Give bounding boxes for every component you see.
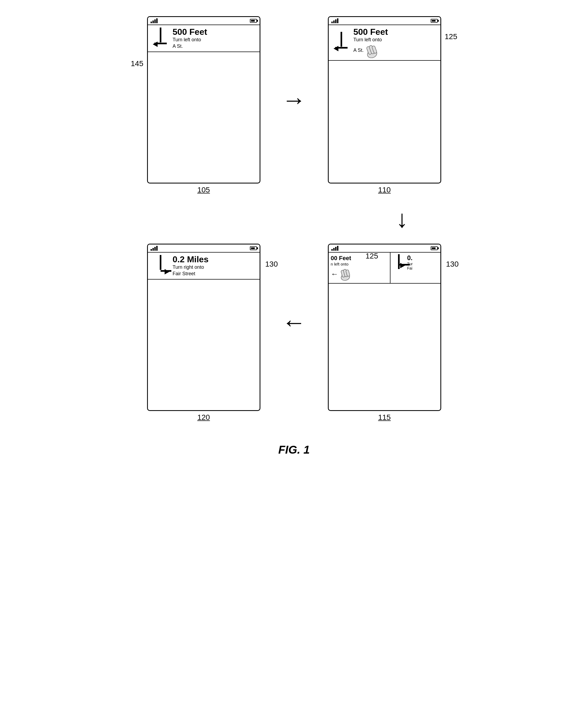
status-bar-120 — [148, 245, 259, 253]
turn-arrow-right-icon-120 — [151, 255, 170, 277]
battery-120 — [250, 246, 257, 250]
between-rows-arrows: ↓ — [11, 205, 577, 233]
nav-header-105: 500 Feet Turn left onto A St. — [148, 25, 259, 52]
status-bar-110 — [329, 17, 440, 25]
ref-125-110: 125 — [445, 33, 457, 41]
turn-arrow-left-icon — [151, 27, 170, 49]
battery-115 — [431, 246, 438, 250]
ref-145: 145 — [131, 59, 144, 68]
nav-instruction-line2-120: Fair Street — [173, 271, 209, 277]
nav-header-115: 00 Feet n left onto ← — [329, 253, 440, 284]
t-arrow-left — [153, 42, 158, 47]
phone-120: 0.2 Miles Turn right onto Fair Street — [147, 244, 260, 411]
nav-distance-left-115: 00 Feet — [331, 255, 388, 262]
signal-bars-110 — [331, 18, 338, 23]
battery-105 — [250, 19, 257, 23]
nav-header-120: 0.2 Miles Turn right onto Fair Street — [148, 253, 259, 279]
nav-distance-right-115: 0. — [407, 254, 413, 262]
swipe-gesture-115-header: ← — [331, 268, 388, 281]
signal-bars-120 — [151, 246, 158, 251]
nav-instruction-line1-110: Turn left onto — [354, 37, 388, 43]
figure-caption: FIG. 1 — [278, 443, 310, 456]
finger-icon-nav-115 — [339, 268, 351, 281]
arrow-left-bottom: ← — [282, 309, 306, 336]
top-row: 145 — [147, 16, 441, 194]
fig-label-120: 120 — [197, 413, 210, 422]
figure-115-wrapper: 130 00 Feet n left onto — [328, 244, 441, 422]
nav-instruction-row-110: A St. — [354, 43, 388, 58]
ref-130-120: 130 — [265, 260, 278, 269]
arrow-down-1: ↓ — [396, 205, 408, 233]
figure-105-wrapper: 145 — [147, 16, 260, 194]
phone-115: 00 Feet n left onto ← — [328, 244, 441, 411]
nav-right-115: 0. Tur Fai — [391, 253, 440, 283]
ref-125-115: 125 — [366, 252, 378, 260]
ref-130-115: 130 — [446, 260, 459, 269]
fig-label-105: 105 — [197, 186, 210, 194]
phone-110: 500 Feet Turn left onto A St. — [328, 16, 441, 184]
nav-header-110: 500 Feet Turn left onto A St. — [329, 25, 440, 61]
nav-instruction-line2-110: A St. — [354, 47, 364, 54]
nav-instruction-left-115: n left onto — [331, 262, 388, 266]
nav-distance-110: 500 Feet — [354, 27, 388, 37]
fig-label-115: 115 — [378, 413, 391, 422]
bottom-row: 130 0.2 M — [147, 244, 441, 422]
t-vertical — [160, 27, 161, 42]
nav-text-120: 0.2 Miles Turn right onto Fair Street — [173, 255, 209, 277]
nav-distance-105: 500 Feet — [173, 27, 207, 37]
turn-arrow-left-icon-110 — [332, 32, 351, 54]
signal-bars-115 — [331, 246, 338, 251]
nav-inst-r2-115: Fai — [407, 266, 413, 270]
status-bar-115 — [329, 245, 440, 253]
phone-105: 500 Feet Turn left onto A St. — [147, 16, 260, 184]
nav-text-right-115: 0. Tur Fai — [407, 254, 413, 270]
nav-distance-120: 0.2 Miles — [173, 255, 209, 264]
nav-text-110: 500 Feet Turn left onto A St. — [354, 27, 388, 58]
nav-instruction-line1-105: Turn left onto — [173, 37, 207, 43]
signal-bars-105 — [151, 18, 158, 23]
status-bar-105 — [148, 17, 259, 25]
nav-instruction-line1-120: Turn right onto — [173, 264, 209, 270]
nav-instruction-line2-105: A St. — [173, 43, 207, 49]
figure-120-wrapper: 130 0.2 M — [147, 244, 260, 422]
swipe-arrow-nav-115: ← — [331, 270, 338, 278]
figure-container: 145 — [11, 16, 577, 456]
nav-left-115: 00 Feet n left onto ← — [329, 253, 391, 283]
finger-gesture-110 — [365, 43, 379, 58]
nav-right-content-115: 0. Tur Fai — [392, 254, 439, 270]
battery-110 — [431, 19, 438, 23]
arrow-right-top: → — [282, 86, 306, 114]
figure-110-wrapper: 125 500 F — [328, 16, 441, 194]
nav-text-105: 500 Feet Turn left onto A St. — [173, 27, 207, 49]
turn-arrow-right-115 — [392, 254, 405, 270]
fig-label-110: 110 — [378, 186, 391, 194]
